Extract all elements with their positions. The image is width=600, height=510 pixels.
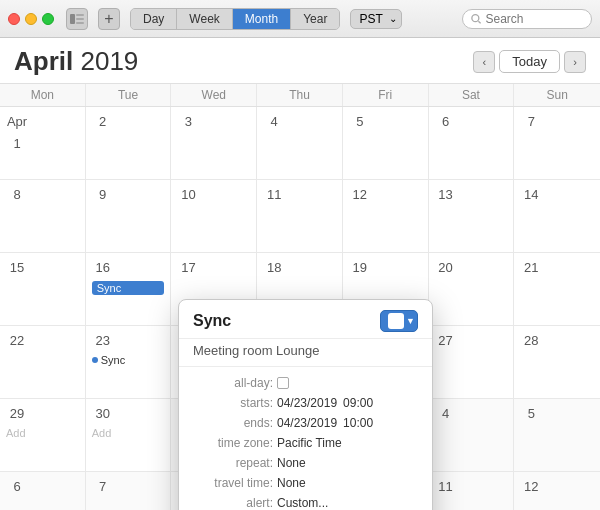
event-popup: Sync ▼ Meeting room Lounge all-day: star… (178, 299, 433, 510)
event-popup-overlay: Sync ▼ Meeting room Lounge all-day: star… (178, 299, 433, 510)
search-input[interactable] (485, 12, 583, 26)
sidebar-toggle-button[interactable] (66, 8, 88, 30)
popup-row-alert: alert: Custom... (179, 493, 432, 510)
cal-cell[interactable]: 12 (343, 180, 429, 252)
cal-cell[interactable]: 12 (514, 472, 600, 510)
day-number: 5 (520, 403, 542, 425)
cal-cell[interactable]: 15 (0, 253, 86, 325)
maximize-button[interactable] (42, 13, 54, 25)
cal-cell[interactable]: 7 (86, 472, 172, 510)
prev-month-button[interactable]: ‹ (473, 51, 495, 73)
cal-cell[interactable]: 11 (257, 180, 343, 252)
cal-cell[interactable]: 27 (429, 326, 515, 398)
timezone-value: Pacific Time (277, 436, 342, 450)
timezone-selector[interactable]: PST (346, 9, 402, 29)
toggle-arrow-icon: ▼ (406, 316, 415, 326)
add-label: Add (92, 427, 165, 439)
cal-cell[interactable]: 13 (429, 180, 515, 252)
day-number: 5 (349, 111, 371, 133)
popup-toggle-button[interactable]: ▼ (380, 310, 418, 332)
day-number: 19 (349, 257, 371, 279)
cal-cell[interactable]: 7 (514, 107, 600, 179)
day-number: 10 (177, 184, 199, 206)
travel-label: travel time: (193, 476, 273, 490)
day-number: 27 (435, 330, 457, 352)
cal-cell[interactable]: 6 (0, 472, 86, 510)
cal-cell[interactable]: 29 Add (0, 399, 86, 471)
day-header-wed: Wed (171, 84, 257, 106)
popup-subtitle: Meeting room Lounge (179, 339, 432, 367)
tab-week[interactable]: Week (177, 9, 232, 29)
popup-body: all-day: starts: 04/23/2019 09:00 ends: (179, 367, 432, 510)
cal-cell[interactable]: 5 (514, 399, 600, 471)
day-number: 8 (6, 184, 28, 206)
cal-cell[interactable]: 5 (343, 107, 429, 179)
today-button[interactable]: Today (499, 50, 560, 73)
search-icon (471, 13, 481, 25)
ends-time: 10:00 (343, 416, 373, 430)
day-number: 22 (6, 330, 28, 352)
search-box[interactable] (462, 9, 592, 29)
cal-cell[interactable]: 3 (171, 107, 257, 179)
day-number: 7 (92, 476, 114, 498)
day-number: 9 (92, 184, 114, 206)
cal-cell[interactable]: 28 (514, 326, 600, 398)
calendar-title: April 2019 (14, 46, 473, 77)
close-button[interactable] (8, 13, 20, 25)
event-label-dot[interactable]: Sync (101, 354, 125, 366)
popup-header: Sync ▼ (179, 300, 432, 339)
day-number: 12 (520, 476, 542, 498)
day-header-thu: Thu (257, 84, 343, 106)
starts-label: starts: (193, 396, 273, 410)
timezone-select[interactable]: PST (350, 9, 402, 29)
calendar-area: Mon Tue Wed Thu Fri Sat Sun Apr 1 2 3 4 … (0, 84, 600, 510)
cal-cell[interactable]: 2 (86, 107, 172, 179)
next-month-button[interactable]: › (564, 51, 586, 73)
cal-cell[interactable]: 9 (86, 180, 172, 252)
cal-cell[interactable]: 10 (171, 180, 257, 252)
day-number: 12 (349, 184, 371, 206)
cal-cell[interactable]: 4 (429, 399, 515, 471)
toggle-knob (388, 313, 404, 329)
day-number: 4 (263, 111, 285, 133)
tab-day[interactable]: Day (131, 9, 177, 29)
cal-cell[interactable]: 21 (514, 253, 600, 325)
cal-cell[interactable]: Apr 1 (0, 107, 86, 179)
cal-cell[interactable]: 6 (429, 107, 515, 179)
cal-cell[interactable]: 23 Sync (86, 326, 172, 398)
allday-value (277, 377, 289, 389)
day-number: 20 (435, 257, 457, 279)
cal-cell[interactable]: 4 (257, 107, 343, 179)
day-number: 29 (6, 403, 28, 425)
add-event-button[interactable]: + (98, 8, 120, 30)
svg-line-5 (478, 21, 480, 23)
cal-cell[interactable]: 14 (514, 180, 600, 252)
tab-month[interactable]: Month (233, 9, 291, 29)
allday-label: all-day: (193, 376, 273, 390)
timezone-label: time zone: (193, 436, 273, 450)
popup-row-ends: ends: 04/23/2019 10:00 (179, 413, 432, 433)
starts-time: 09:00 (343, 396, 373, 410)
cal-cell[interactable]: 16 Sync (86, 253, 172, 325)
add-label: Add (6, 427, 79, 439)
day-number: 7 (520, 111, 542, 133)
popup-row-repeat: repeat: None (179, 453, 432, 473)
popup-row-timezone: time zone: Pacific Time (179, 433, 432, 453)
cal-cell[interactable]: 8 (0, 180, 86, 252)
minimize-button[interactable] (25, 13, 37, 25)
allday-checkbox[interactable] (277, 377, 289, 389)
cal-cell[interactable]: 20 (429, 253, 515, 325)
event-label: Sync (97, 282, 121, 294)
cal-cell[interactable]: 22 (0, 326, 86, 398)
traffic-lights (8, 13, 54, 25)
alert-value[interactable]: Custom... (277, 496, 328, 510)
cal-cell[interactable]: 30 Add (86, 399, 172, 471)
tab-year[interactable]: Year (291, 9, 339, 29)
calendar-header: April 2019 ‹ Today › (0, 38, 600, 84)
popup-row-starts: starts: 04/23/2019 09:00 (179, 393, 432, 413)
event-pill[interactable]: Sync (92, 281, 165, 295)
day-number: 13 (435, 184, 457, 206)
popup-title: Sync (193, 312, 380, 330)
cal-cell[interactable]: 11 (429, 472, 515, 510)
event-dot-icon (92, 357, 98, 363)
